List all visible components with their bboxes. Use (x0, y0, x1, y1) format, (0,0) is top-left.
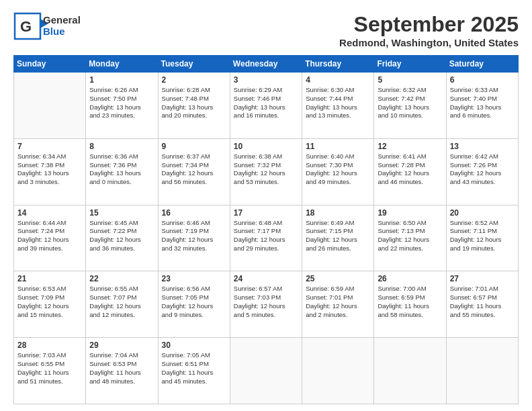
day-info: Sunrise: 6:38 AMSunset: 7:32 PMDaylight:… (234, 152, 298, 187)
col-wednesday: Wednesday (230, 56, 302, 73)
day-number: 24 (234, 274, 298, 283)
day-info: Sunrise: 6:48 AMSunset: 7:17 PMDaylight:… (234, 219, 298, 253)
day-info: Sunrise: 6:57 AMSunset: 7:03 PMDaylight:… (234, 285, 298, 319)
logo-general: General (43, 15, 81, 26)
day-number: 5 (378, 75, 442, 85)
col-friday: Friday (374, 56, 446, 73)
day-number: 22 (89, 274, 154, 283)
calendar-cell-w2-d6: 20Sunrise: 6:52 AMSunset: 7:11 PMDayligh… (446, 205, 518, 271)
day-number: 9 (162, 142, 226, 151)
calendar-cell-w0-d3: 3Sunrise: 6:29 AMSunset: 7:46 PMDaylight… (230, 73, 302, 139)
day-number: 12 (378, 142, 442, 151)
day-info: Sunrise: 6:46 AMSunset: 7:19 PMDaylight:… (162, 219, 226, 253)
location: Redmond, Washington, United States (339, 37, 519, 48)
day-number: 17 (234, 208, 298, 218)
calendar-cell-w4-d1: 29Sunrise: 7:04 AMSunset: 6:53 PMDayligh… (86, 338, 158, 404)
calendar-cell-w2-d0: 14Sunrise: 6:44 AMSunset: 7:24 PMDayligh… (14, 205, 86, 271)
calendar-cell-w0-d0 (14, 73, 86, 139)
calendar-cell-w4-d5 (374, 338, 446, 404)
calendar-cell-w0-d4: 4Sunrise: 6:30 AMSunset: 7:44 PMDaylight… (302, 73, 374, 139)
col-saturday: Saturday (446, 56, 518, 73)
calendar-header-row: Sunday Monday Tuesday Wednesday Thursday… (14, 56, 519, 73)
day-info: Sunrise: 7:01 AMSunset: 6:57 PMDaylight:… (450, 285, 515, 319)
calendar-cell-w2-d1: 15Sunrise: 6:45 AMSunset: 7:22 PMDayligh… (86, 205, 158, 271)
week-row-4: 28Sunrise: 7:03 AMSunset: 6:55 PMDayligh… (14, 338, 519, 404)
day-number: 16 (162, 208, 226, 218)
day-info: Sunrise: 6:26 AMSunset: 7:50 PMDaylight:… (89, 86, 154, 120)
month-title: September 2025 (339, 12, 519, 37)
day-info: Sunrise: 6:37 AMSunset: 7:34 PMDaylight:… (162, 152, 226, 187)
day-info: Sunrise: 6:30 AMSunset: 7:44 PMDaylight:… (306, 86, 370, 120)
day-number: 28 (17, 340, 82, 350)
week-row-0: 1Sunrise: 6:26 AMSunset: 7:50 PMDaylight… (14, 73, 519, 139)
page: G General Blue September 2025 Redmond, W… (0, 0, 532, 411)
day-number: 20 (450, 208, 515, 218)
day-number: 13 (450, 142, 515, 151)
day-info: Sunrise: 6:32 AMSunset: 7:42 PMDaylight:… (378, 86, 442, 120)
day-number: 1 (89, 75, 154, 85)
day-number: 6 (450, 75, 515, 85)
calendar-cell-w3-d0: 21Sunrise: 6:53 AMSunset: 7:09 PMDayligh… (14, 271, 86, 338)
day-number: 4 (306, 75, 370, 85)
logo: G General Blue (13, 12, 74, 43)
day-number: 8 (89, 142, 154, 151)
day-info: Sunrise: 7:03 AMSunset: 6:55 PMDaylight:… (17, 351, 82, 385)
calendar-cell-w3-d4: 25Sunrise: 6:59 AMSunset: 7:01 PMDayligh… (302, 271, 374, 338)
day-number: 14 (17, 208, 82, 218)
day-info: Sunrise: 6:40 AMSunset: 7:30 PMDaylight:… (306, 152, 370, 187)
col-sunday: Sunday (14, 56, 86, 73)
logo-blue: Blue (43, 26, 81, 38)
calendar-cell-w0-d2: 2Sunrise: 6:28 AMSunset: 7:48 PMDaylight… (158, 73, 230, 139)
calendar-cell-w1-d2: 9Sunrise: 6:37 AMSunset: 7:34 PMDaylight… (158, 138, 230, 205)
day-info: Sunrise: 6:36 AMSunset: 7:36 PMDaylight:… (89, 152, 154, 187)
calendar-cell-w4-d3 (230, 338, 302, 404)
day-number: 30 (162, 340, 226, 350)
day-number: 18 (306, 208, 370, 218)
calendar-table: Sunday Monday Tuesday Wednesday Thursday… (13, 55, 519, 404)
calendar-cell-w1-d0: 7Sunrise: 6:34 AMSunset: 7:38 PMDaylight… (14, 138, 86, 205)
calendar-cell-w4-d0: 28Sunrise: 7:03 AMSunset: 6:55 PMDayligh… (14, 338, 86, 404)
week-row-1: 7Sunrise: 6:34 AMSunset: 7:38 PMDaylight… (14, 138, 519, 205)
day-number: 23 (162, 274, 226, 283)
calendar-cell-w0-d6: 6Sunrise: 6:33 AMSunset: 7:40 PMDaylight… (446, 73, 518, 139)
day-info: Sunrise: 6:53 AMSunset: 7:09 PMDaylight:… (17, 285, 82, 319)
day-number: 11 (306, 142, 370, 151)
day-info: Sunrise: 6:55 AMSunset: 7:07 PMDaylight:… (89, 285, 154, 319)
day-info: Sunrise: 6:49 AMSunset: 7:15 PMDaylight:… (306, 219, 370, 253)
logo-text: General Blue (43, 15, 81, 37)
calendar-cell-w3-d5: 26Sunrise: 7:00 AMSunset: 6:59 PMDayligh… (374, 271, 446, 338)
day-number: 19 (378, 208, 442, 218)
calendar-cell-w3-d6: 27Sunrise: 7:01 AMSunset: 6:57 PMDayligh… (446, 271, 518, 338)
week-row-2: 14Sunrise: 6:44 AMSunset: 7:24 PMDayligh… (14, 205, 519, 271)
calendar-cell-w4-d2: 30Sunrise: 7:05 AMSunset: 6:51 PMDayligh… (158, 338, 230, 404)
col-monday: Monday (86, 56, 158, 73)
calendar-cell-w2-d2: 16Sunrise: 6:46 AMSunset: 7:19 PMDayligh… (158, 205, 230, 271)
day-number: 29 (89, 340, 154, 350)
title-block: September 2025 Redmond, Washington, Unit… (339, 12, 519, 48)
day-number: 25 (306, 274, 370, 283)
calendar-cell-w4-d6 (446, 338, 518, 404)
day-number: 15 (89, 208, 154, 218)
day-info: Sunrise: 6:59 AMSunset: 7:01 PMDaylight:… (306, 285, 370, 319)
day-info: Sunrise: 6:44 AMSunset: 7:24 PMDaylight:… (17, 219, 82, 253)
day-number: 27 (450, 274, 515, 283)
day-info: Sunrise: 6:33 AMSunset: 7:40 PMDaylight:… (450, 86, 515, 120)
week-row-3: 21Sunrise: 6:53 AMSunset: 7:09 PMDayligh… (14, 271, 519, 338)
calendar-cell-w1-d4: 11Sunrise: 6:40 AMSunset: 7:30 PMDayligh… (302, 138, 374, 205)
day-info: Sunrise: 6:52 AMSunset: 7:11 PMDaylight:… (450, 219, 515, 253)
calendar-cell-w1-d1: 8Sunrise: 6:36 AMSunset: 7:36 PMDaylight… (86, 138, 158, 205)
day-info: Sunrise: 6:42 AMSunset: 7:26 PMDaylight:… (450, 152, 515, 187)
day-number: 26 (378, 274, 442, 283)
calendar-cell-w0-d5: 5Sunrise: 6:32 AMSunset: 7:42 PMDaylight… (374, 73, 446, 139)
calendar-cell-w1-d5: 12Sunrise: 6:41 AMSunset: 7:28 PMDayligh… (374, 138, 446, 205)
day-number: 10 (234, 142, 298, 151)
header: G General Blue September 2025 Redmond, W… (13, 12, 519, 48)
day-info: Sunrise: 7:00 AMSunset: 6:59 PMDaylight:… (378, 285, 442, 319)
day-info: Sunrise: 7:05 AMSunset: 6:51 PMDaylight:… (162, 351, 226, 385)
calendar-cell-w2-d4: 18Sunrise: 6:49 AMSunset: 7:15 PMDayligh… (302, 205, 374, 271)
day-info: Sunrise: 6:28 AMSunset: 7:48 PMDaylight:… (162, 86, 226, 120)
calendar-cell-w3-d1: 22Sunrise: 6:55 AMSunset: 7:07 PMDayligh… (86, 271, 158, 338)
day-number: 7 (17, 142, 82, 151)
calendar-cell-w0-d1: 1Sunrise: 6:26 AMSunset: 7:50 PMDaylight… (86, 73, 158, 139)
col-thursday: Thursday (302, 56, 374, 73)
